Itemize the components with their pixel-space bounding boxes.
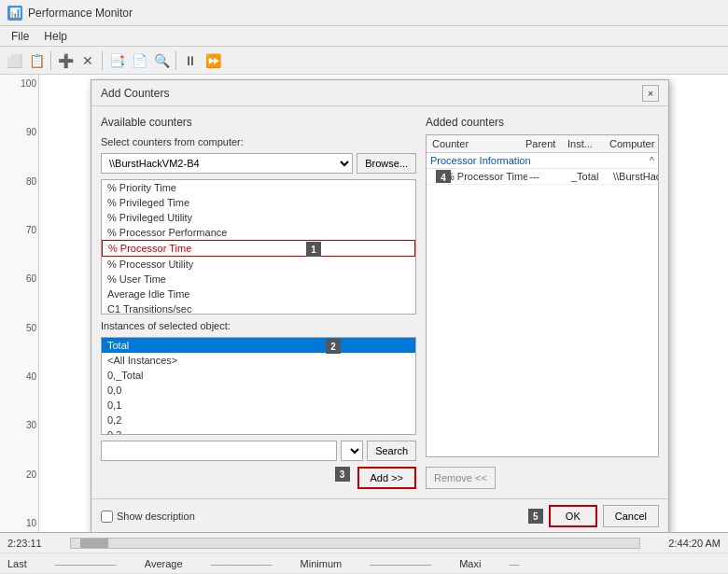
toolbar-sep3: [175, 51, 176, 70]
step-badge-5: 5: [528, 509, 543, 524]
axis-tick-30: 30: [26, 420, 36, 430]
y-axis: 100 90 80 70 60 50 40 30 20 10: [0, 75, 39, 532]
group-name: Processor Information: [430, 155, 531, 166]
add-button[interactable]: Add >>: [357, 467, 416, 489]
toolbar-btn-zoom[interactable]: 🔍: [151, 50, 172, 71]
counter-c1-transitions[interactable]: C1 Transitions/sec: [102, 301, 415, 315]
h-scrollbar[interactable]: [70, 538, 641, 549]
dialog-body: Available counters Select counters from …: [91, 106, 668, 498]
instance-all[interactable]: <All Instances>: [102, 353, 415, 368]
add-row: 3 Add >>: [101, 467, 416, 489]
counter-priority-time[interactable]: % Priority Time: [102, 180, 415, 195]
counter-group-processor-info: Processor Information ^: [427, 153, 658, 169]
axis-tick-70: 70: [26, 225, 36, 235]
search-type-select[interactable]: [341, 441, 363, 461]
col-parent: Parent: [524, 137, 566, 150]
counter-privileged-time[interactable]: % Privileged Time: [102, 195, 415, 210]
toolbar-btn-delete[interactable]: ✕: [77, 50, 98, 71]
chart-area: Add Counters × Available counters Select…: [39, 75, 728, 532]
add-counters-dialog: Add Counters × Available counters Select…: [91, 79, 669, 532]
menu-file[interactable]: File: [4, 28, 36, 45]
step-badge-3: 3: [335, 467, 350, 482]
dialog-close-button[interactable]: ×: [642, 85, 659, 102]
search-button[interactable]: Search: [367, 441, 416, 461]
search-row: Search: [101, 441, 416, 461]
menu-help[interactable]: Help: [36, 28, 75, 45]
counter-privileged-utility[interactable]: % Privileged Utility: [102, 210, 415, 225]
right-panel: Added counters Counter Parent Inst... Co…: [426, 116, 659, 489]
cancel-button[interactable]: Cancel: [603, 505, 659, 527]
instances-label: Instances of selected object:: [101, 320, 416, 331]
axis-tick-40: 40: [26, 371, 36, 382]
stat-minimum-label: Minimum: [301, 558, 343, 569]
row-computer: \\BurstHackV...: [611, 170, 659, 183]
footer-buttons: 5 OK Cancel: [528, 505, 659, 527]
dialog-footer: Show description 5 OK Cancel: [91, 498, 668, 532]
scrollbar-thumb: [80, 539, 108, 548]
show-description-checkbox[interactable]: Show description: [101, 511, 195, 523]
step-badge-1: 1: [306, 242, 321, 257]
title-bar: 📊 Performance Monitor: [0, 0, 728, 26]
stat-maximum-label: Maxi: [459, 558, 481, 569]
counter-processor-utility[interactable]: % Processor Utility: [102, 257, 415, 272]
instance-0-3[interactable]: 0,3: [102, 427, 415, 435]
toolbar-btn-paste[interactable]: 📄: [129, 50, 149, 71]
row-parent: ---: [527, 170, 569, 183]
step-badge-4: 4: [436, 170, 451, 183]
available-counters-label: Available counters: [101, 116, 416, 129]
axis-tick-90: 90: [26, 127, 36, 137]
remove-button[interactable]: Remove <<: [426, 467, 496, 489]
toolbar-btn-copy[interactable]: 📑: [106, 50, 127, 71]
time-left: 2:23:11: [7, 538, 42, 549]
counters-list[interactable]: % Priority Time % Privileged Time % Priv…: [101, 179, 416, 315]
col-counter: Counter: [430, 137, 524, 150]
app-icon: 📊: [7, 6, 22, 21]
instance-0-1[interactable]: 0,1: [102, 398, 415, 413]
toolbar-btn-next[interactable]: ⏩: [203, 50, 223, 71]
dialog-overlay: Add Counters × Available counters Select…: [39, 75, 728, 532]
computer-select-row: \\BurstHackVM2-B4 Browse...: [101, 153, 416, 174]
col-instance: Inst...: [566, 137, 608, 150]
stat-average-label: Average: [145, 558, 183, 569]
dialog-title: Add Counters: [101, 87, 169, 100]
axis-tick-50: 50: [26, 323, 36, 333]
menu-bar: File Help: [0, 26, 728, 47]
app-title: Performance Monitor: [28, 7, 133, 20]
instance-0-2[interactable]: 0,2: [102, 413, 415, 427]
toolbar-btn-new[interactable]: 📋: [26, 50, 47, 71]
dialog-title-bar: Add Counters ×: [91, 80, 668, 106]
toolbar-btn-add[interactable]: ➕: [55, 50, 76, 71]
counter-processor-performance[interactable]: % Processor Performance: [102, 225, 415, 240]
search-input[interactable]: [101, 441, 337, 461]
computer-select[interactable]: \\BurstHackVM2-B4: [101, 153, 353, 174]
counter-user-time[interactable]: % User Time: [102, 272, 415, 287]
added-counters-label: Added counters: [426, 116, 659, 129]
browse-button[interactable]: Browse...: [357, 153, 416, 174]
counters-table[interactable]: Counter Parent Inst... Computer Processo…: [426, 134, 659, 457]
axis-tick-10: 10: [26, 518, 36, 528]
stat-last-label: Last: [7, 558, 27, 569]
axis-tick-80: 80: [26, 176, 36, 187]
ok-button[interactable]: OK: [549, 505, 597, 527]
toolbar-btn-view[interactable]: ⬜: [4, 50, 24, 71]
counter-processor-time[interactable]: % Processor Time 1: [102, 240, 415, 257]
stats-row: Last —————— Average —————— Minimum —————…: [0, 553, 728, 574]
instance-0-0[interactable]: 0,0: [102, 383, 415, 398]
time-right: 2:44:20 AM: [668, 538, 721, 549]
instances-list[interactable]: Total 2 <All Instances> 0,_Total 0,0 0,1…: [101, 337, 416, 435]
col-computer: Computer: [608, 137, 659, 150]
bottom-bar: 2:23:11 2:44:20 AM Last —————— Average —…: [0, 532, 728, 574]
table-row[interactable]: % Processor Time 4 --- _Total \\BurstHac…: [427, 169, 658, 185]
toolbar-btn-pause[interactable]: ⏸: [180, 50, 201, 71]
counter-avg-idle[interactable]: Average Idle Time: [102, 287, 415, 301]
left-panel: Available counters Select counters from …: [101, 116, 416, 489]
axis-tick-20: 20: [26, 469, 36, 480]
show-description-check[interactable]: [101, 511, 113, 523]
instance-total[interactable]: Total 2: [102, 338, 415, 353]
row-counter: % Processor Time 4: [434, 170, 527, 183]
row-instance: _Total: [569, 170, 611, 183]
axis-tick-60: 60: [26, 273, 36, 284]
table-header: Counter Parent Inst... Computer: [427, 135, 658, 153]
group-arrow: ^: [650, 155, 654, 166]
instance-0-total[interactable]: 0,_Total: [102, 368, 415, 383]
